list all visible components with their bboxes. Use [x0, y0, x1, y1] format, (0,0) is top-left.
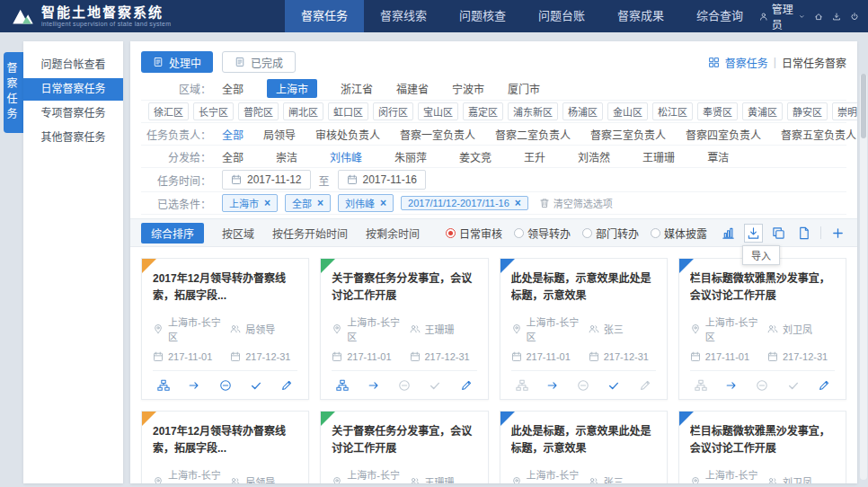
remove-tag-icon[interactable]: ×: [380, 198, 386, 208]
edit-icon[interactable]: [818, 379, 830, 392]
forward-icon[interactable]: [725, 379, 738, 392]
filter-option[interactable]: 刘浩然: [578, 149, 610, 164]
task-card[interactable]: 此处是标题，示意效果此处是标题，示意效果 上海市-长宁区 张三 217-11-0…: [500, 411, 668, 483]
filter-option[interactable]: 督察三室负责人: [590, 127, 666, 142]
filter-option[interactable]: 刘伟峰: [330, 149, 362, 164]
edit-icon[interactable]: [460, 379, 473, 392]
task-card[interactable]: 关于督察任务分发事宜，会议讨论工作开展 上海市-长宁区 王珊珊 217-11-0…: [320, 258, 488, 400]
filter-option[interactable]: 虹口区: [328, 102, 368, 120]
type-radio[interactable]: 日常审核: [446, 226, 502, 241]
task-card[interactable]: 2017年12月领导转办督察线索，拓展字段... 上海市-长宁区 局领导 217…: [141, 411, 309, 483]
copy-icon[interactable]: [770, 225, 787, 242]
task-card[interactable]: 2017年12月领导转办督察线索，拓展字段... 上海市-长宁区 局领导 217…: [141, 258, 309, 400]
filter-option[interactable]: 普陀区: [238, 102, 279, 120]
file-icon[interactable]: [795, 225, 812, 242]
nav-item[interactable]: 问题核查: [443, 0, 522, 32]
filter-option[interactable]: 崇洁: [276, 149, 297, 164]
end-date-input[interactable]: 2017-11-16: [338, 170, 427, 190]
filter-option[interactable]: 金山区: [607, 102, 648, 120]
filter-option[interactable]: 奉贤区: [697, 102, 738, 120]
filter-option[interactable]: 覃洁: [707, 149, 729, 164]
complete-icon[interactable]: [429, 379, 441, 392]
filter-option[interactable]: 浦东新区: [508, 102, 558, 120]
sidebar-item[interactable]: 其他督察任务: [23, 127, 123, 149]
nav-item[interactable]: 督察任务: [285, 0, 364, 32]
remove-tag-icon[interactable]: ×: [515, 198, 521, 208]
assign-icon[interactable]: [336, 379, 349, 392]
filter-option[interactable]: 审核处负责人: [315, 127, 380, 142]
type-radio[interactable]: 部门转办: [582, 226, 639, 241]
nav-item[interactable]: 综合查询: [680, 0, 759, 32]
sort-tab[interactable]: 按任务开始时间: [272, 226, 348, 241]
import-icon[interactable]: 导入: [745, 225, 762, 242]
filter-tag[interactable]: 全部×: [285, 194, 331, 212]
complete-icon[interactable]: [787, 379, 800, 392]
task-card[interactable]: 栏目标题微软雅黑沙发事宜，会议讨论工作开展 上海市-长宁区 刘卫凤 217-11…: [678, 258, 846, 400]
suspend-icon[interactable]: [219, 379, 232, 392]
filter-option[interactable]: 督察一室负责人: [400, 127, 475, 142]
scrollbar-thumb[interactable]: [861, 74, 866, 138]
type-radio[interactable]: 领导转办: [514, 226, 571, 241]
filter-option[interactable]: 崇明区: [832, 102, 857, 120]
filter-option[interactable]: 厦门市: [508, 81, 540, 96]
power-icon[interactable]: [850, 11, 859, 22]
complete-icon[interactable]: [250, 379, 262, 392]
forward-icon[interactable]: [368, 379, 380, 392]
filter-tag[interactable]: 刘伟峰×: [338, 194, 394, 212]
edit-icon[interactable]: [639, 379, 651, 392]
user-menu[interactable]: 管理员: [759, 1, 805, 31]
filter-option[interactable]: 姜文竞: [459, 149, 492, 164]
filter-option[interactable]: 静安区: [787, 102, 828, 120]
filter-option[interactable]: 宁波市: [452, 81, 484, 96]
breadcrumb-root[interactable]: 督察任务: [725, 55, 768, 70]
sidebar-item[interactable]: 专项督察任务: [23, 102, 123, 125]
sort-tab[interactable]: 按剩余时间: [366, 226, 420, 241]
done-tab-button[interactable]: 已完成: [222, 51, 296, 73]
suspend-icon[interactable]: [577, 379, 589, 392]
filter-option[interactable]: 全部: [222, 127, 244, 142]
filter-option[interactable]: 督察四室负责人: [686, 127, 761, 142]
sort-tab[interactable]: 综合排序: [141, 223, 204, 244]
filter-option[interactable]: 嘉定区: [463, 102, 503, 120]
sidebar-item[interactable]: 日常督察任务: [23, 78, 123, 101]
assign-icon[interactable]: [157, 379, 170, 392]
filter-option[interactable]: 全部: [222, 149, 244, 164]
assign-icon[interactable]: [516, 379, 528, 392]
filter-option[interactable]: 福建省: [396, 81, 429, 96]
forward-icon[interactable]: [188, 379, 200, 392]
filter-option[interactable]: 闸北区: [283, 102, 323, 120]
filter-option[interactable]: 松江区: [652, 102, 693, 120]
filter-option[interactable]: 王珊珊: [642, 149, 675, 164]
edit-icon[interactable]: [280, 379, 293, 392]
task-card[interactable]: 此处是标题，示意效果此处是标题，示意效果 上海市-长宁区 张三 217-11-0…: [500, 258, 668, 400]
filter-option[interactable]: 督察五室负责人: [781, 127, 856, 142]
remove-tag-icon[interactable]: ×: [317, 198, 323, 208]
suspend-icon[interactable]: [398, 379, 411, 392]
filter-tag[interactable]: 上海市×: [222, 194, 278, 212]
clear-filters-button[interactable]: 清空筛选选项: [539, 196, 613, 210]
nav-item[interactable]: 问题台账: [522, 0, 601, 32]
filter-option[interactable]: 王升: [524, 149, 545, 164]
scrollbar[interactable]: [860, 74, 867, 480]
processing-tab-button[interactable]: 处理中: [141, 51, 213, 73]
filter-option[interactable]: 黄浦区: [742, 102, 783, 120]
filter-option[interactable]: 长宁区: [193, 102, 234, 120]
type-radio[interactable]: 媒体披露: [651, 226, 707, 241]
sidebar-vertical-tab[interactable]: 督察任务: [4, 52, 23, 133]
home-icon[interactable]: [814, 11, 823, 22]
filter-option[interactable]: 上海市: [267, 79, 317, 98]
filter-option[interactable]: 全部: [222, 81, 244, 96]
download-icon[interactable]: [832, 11, 841, 22]
filter-tag[interactable]: 2017/11/12-2017/11-16×: [401, 196, 528, 210]
filter-option[interactable]: 浙江省: [341, 81, 373, 96]
filter-option[interactable]: 闵行区: [373, 102, 413, 120]
filter-option[interactable]: 徐汇区: [148, 102, 189, 120]
add-icon[interactable]: [829, 225, 846, 242]
filter-option[interactable]: 督察二室负责人: [495, 127, 571, 142]
filter-option[interactable]: 朱丽萍: [394, 149, 427, 164]
filter-option[interactable]: 局领导: [263, 127, 296, 142]
sidebar-item[interactable]: 问题台帐查看: [23, 54, 123, 76]
chart-icon[interactable]: [720, 225, 737, 242]
filter-option[interactable]: 宝山区: [418, 102, 458, 120]
assign-icon[interactable]: [695, 379, 707, 392]
